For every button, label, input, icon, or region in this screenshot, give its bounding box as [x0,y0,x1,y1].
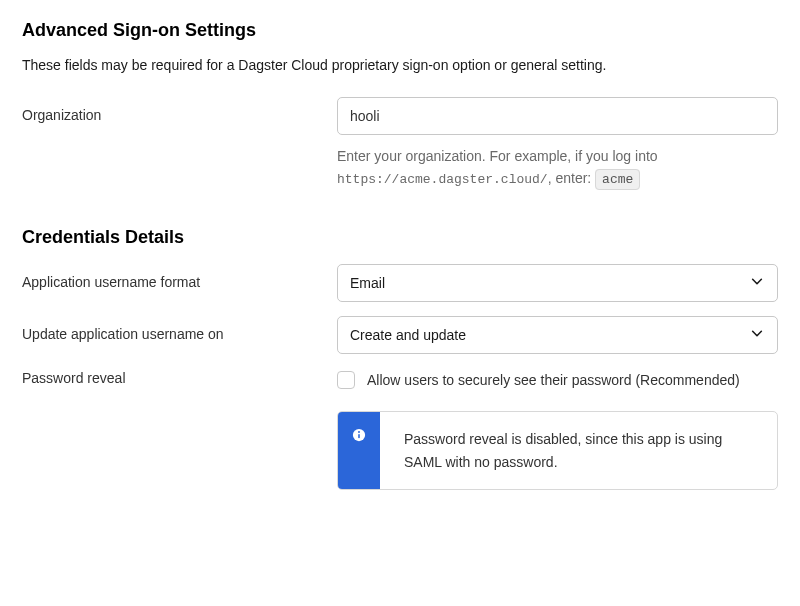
credentials-details-heading: Credentials Details [22,227,778,248]
update-username-on-label: Update application username on [22,316,337,342]
username-format-select[interactable]: Email [337,264,778,302]
username-format-label: Application username format [22,264,337,290]
password-reveal-info-box: Password reveal is disabled, since this … [337,411,778,490]
svg-point-2 [358,431,360,433]
organization-label: Organization [22,97,337,123]
password-reveal-info-text: Password reveal is disabled, since this … [380,412,777,489]
password-reveal-checkbox[interactable] [337,371,355,389]
organization-help-text: Enter your organization. For example, if… [337,145,778,191]
svg-rect-1 [358,434,360,438]
update-username-on-select[interactable]: Create and update [337,316,778,354]
organization-input[interactable] [337,97,778,135]
info-icon [352,428,366,445]
advanced-signon-heading: Advanced Sign-on Settings [22,20,778,41]
password-reveal-checkbox-label: Allow users to securely see their passwo… [367,370,740,391]
advanced-signon-description: These fields may be required for a Dagst… [22,57,778,73]
password-reveal-label: Password reveal [22,368,337,386]
